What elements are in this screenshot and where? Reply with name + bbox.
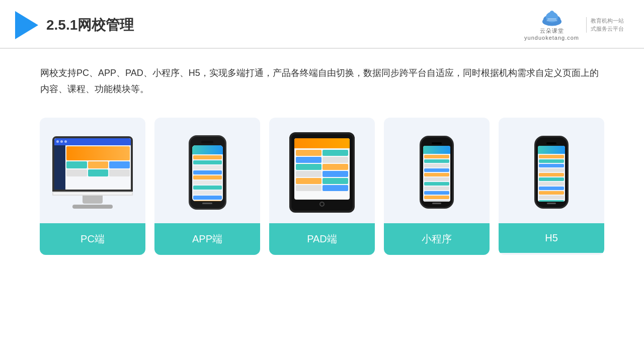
cloud-logo-icon [539, 9, 565, 27]
cards-container: PC端 [0, 108, 644, 270]
brand-tagline-line1: 教育机构一站 [591, 17, 624, 25]
description-content: 网校支持PC、APP、PAD、小程序、H5，实现多端打通，产品各终端自由切换，数… [40, 68, 599, 94]
description-text: 网校支持PC、APP、PAD、小程序、H5，实现多端打通，产品各终端自由切换，数… [0, 49, 644, 108]
header-left: 2.5.1网校管理 [15, 11, 134, 39]
tablet-screen [294, 138, 350, 200]
logo-triangle-icon [15, 11, 38, 39]
header: 2.5.1网校管理 云朵课堂 yunduoketang.com 教育机构一站 式… [0, 0, 644, 49]
tablet-body [289, 132, 355, 213]
card-miniprogram-label: 小程序 [384, 223, 490, 255]
device-phone-app [189, 135, 226, 210]
phone-notch-h5 [546, 142, 556, 144]
card-app-label: APP端 [154, 223, 260, 255]
brand-tagline: 教育机构一站 式服务云平台 [586, 17, 624, 33]
card-pc-image [40, 118, 145, 223]
page-title: 2.5.1网校管理 [46, 16, 134, 35]
card-pad: PAD端 [269, 118, 375, 255]
phone-screen-mini [423, 146, 450, 202]
card-h5-image [499, 118, 604, 223]
brand-name: 云朵课堂 [540, 27, 564, 35]
svg-point-6 [549, 11, 554, 15]
card-pc: PC端 [40, 118, 145, 255]
phone-screen [192, 145, 223, 201]
tablet-home [319, 202, 325, 207]
phone-home-mini [432, 203, 441, 204]
device-phone-mini [420, 136, 454, 209]
card-h5-label: H5 [499, 223, 604, 253]
phone-home-h5 [547, 203, 556, 204]
card-pc-label: PC端 [40, 223, 145, 255]
card-pad-label: PAD端 [269, 223, 375, 255]
phone-screen-h5 [538, 146, 565, 202]
card-app-image [154, 118, 260, 223]
phone-app-body [189, 135, 226, 210]
card-miniprogram: 小程序 [384, 118, 490, 255]
device-phone-h5 [534, 136, 569, 209]
brand-url: yunduoketang.com [524, 35, 579, 41]
device-pc [52, 136, 133, 209]
card-app: APP端 [154, 118, 260, 255]
header-right: 云朵课堂 yunduoketang.com 教育机构一站 式服务云平台 [524, 9, 624, 41]
card-pad-image [269, 118, 375, 223]
phone-home [202, 203, 212, 204]
device-tablet [289, 132, 355, 213]
phone-notch-mini [432, 142, 442, 144]
phone-notch [201, 141, 213, 143]
monitor-body [52, 136, 133, 192]
card-h5: H5 [499, 118, 604, 255]
brand-tagline-line2: 式服务云平台 [591, 25, 624, 33]
brand-logo: 云朵课堂 yunduoketang.com [524, 9, 579, 41]
card-miniprogram-image [384, 118, 490, 223]
